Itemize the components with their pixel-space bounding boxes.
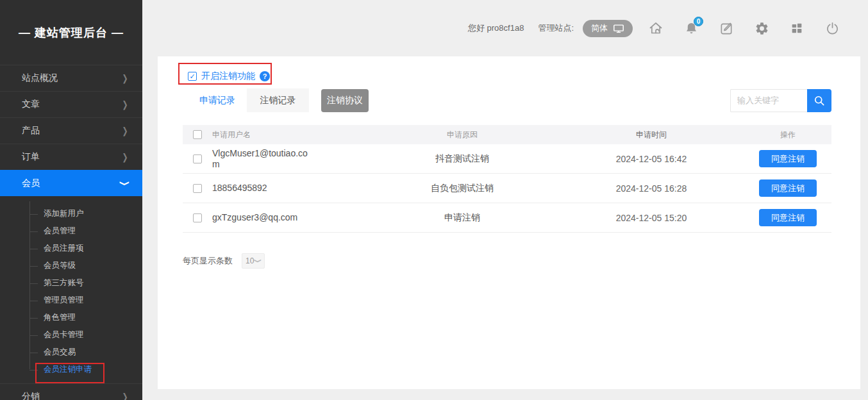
chevron-right-icon: [122, 73, 128, 84]
submenu-item-register-fields[interactable]: 会员注册项: [0, 240, 142, 257]
cancel-requests-table: 申请用户名 申请原因 申请时间 操作 VlgcMuser1@toutiao.co…: [183, 125, 831, 233]
row-checkbox[interactable]: [193, 213, 202, 222]
topbar-icons: 0: [648, 21, 840, 36]
cell-time: 2024-12-05 16:28: [558, 183, 744, 194]
tabs-row: 申请记录 注销记录 注销协议: [158, 85, 860, 112]
notifications-bell-icon[interactable]: 0: [683, 21, 699, 36]
sidebar-item-distribution[interactable]: 分销: [0, 383, 142, 400]
tab-cancel-records[interactable]: 注销记录: [247, 88, 309, 112]
sidebar-item-label: 站点概况: [22, 72, 58, 84]
table-row: 18856495892 自负包测试注销 2024-12-05 16:28 同意注…: [183, 174, 831, 203]
submenu-item-member-trade[interactable]: 会员交易: [0, 344, 142, 361]
select-all-checkbox[interactable]: [193, 130, 202, 139]
main-content-card: 开启注销功能 申请记录 注销记录 注销协议 申请用户名 申请原因 申请时: [158, 56, 860, 389]
table-row: VlgcMuser1@toutiao.com 抖音测试注销 2024-12-05…: [183, 144, 831, 174]
monitor-icon: [613, 24, 624, 33]
header-username: 申请用户名: [212, 129, 366, 140]
sidebar-item-label: 会员: [22, 178, 40, 189]
cell-reason: 申请注销: [366, 212, 558, 224]
greeting-text: 您好 pro8cf1a8: [468, 22, 524, 34]
sidebar-item-orders[interactable]: 订单: [0, 144, 142, 170]
submenu-item-member-level[interactable]: 会员等级: [0, 257, 142, 274]
power-icon[interactable]: [824, 21, 840, 36]
submenu-item-role-mgmt[interactable]: 角色管理: [0, 309, 142, 326]
page-size-value: 10: [246, 256, 254, 265]
manage-site-label: 管理站点:: [538, 22, 574, 34]
pagination-row: 每页显示条数 10: [183, 253, 860, 269]
cell-username: VlgcMuser1@toutiao.com: [212, 148, 308, 170]
header-reason: 申请原因: [366, 129, 558, 140]
page-size-label: 每页显示条数: [183, 255, 233, 267]
chevron-right-icon: [122, 152, 128, 163]
sidebar-item-articles[interactable]: 文章: [0, 91, 142, 117]
chevron-down-icon: [256, 258, 261, 264]
home-icon[interactable]: [648, 21, 664, 36]
tab-cancel-agreement[interactable]: 注销协议: [321, 89, 369, 112]
table-row: gxTzguser3@qq.com 申请注销 2024-12-05 15:20 …: [183, 203, 831, 233]
agree-cancel-button[interactable]: 同意注销: [759, 179, 817, 197]
app-logo: — 建站管理后台 —: [0, 0, 142, 65]
search-box: [730, 89, 831, 112]
page-size-select[interactable]: 10: [242, 253, 265, 269]
search-button[interactable]: [807, 89, 831, 112]
header-time: 申请时间: [558, 129, 744, 140]
chevron-down-icon: [120, 180, 131, 186]
submenu-item-add-user[interactable]: 添加新用户: [0, 205, 142, 222]
language-pill-button[interactable]: 简体: [583, 20, 633, 37]
submenu-item-member-card[interactable]: 会员卡管理: [0, 326, 142, 344]
cell-username: 18856495892: [212, 183, 267, 194]
row-checkbox[interactable]: [193, 184, 202, 193]
sidebar: — 建站管理后台 — 站点概况 文章 产品 订单 会员 添加新用户 会员管理 会…: [0, 0, 142, 400]
chevron-right-icon: [122, 126, 128, 137]
cell-time: 2024-12-05 15:20: [558, 213, 744, 223]
submenu-item-admin-mgmt[interactable]: 管理员管理: [0, 292, 142, 309]
enable-cancel-checkbox[interactable]: [188, 72, 197, 81]
notification-badge: 0: [694, 17, 703, 26]
edit-icon[interactable]: [719, 21, 734, 36]
table-header-row: 申请用户名 申请原因 申请时间 操作: [183, 125, 831, 144]
help-question-icon[interactable]: [260, 71, 270, 81]
agree-cancel-button[interactable]: 同意注销: [759, 209, 817, 226]
sidebar-item-products[interactable]: 产品: [0, 117, 142, 144]
chevron-right-icon: [122, 99, 128, 110]
enable-cancel-label: 开启注销功能: [201, 71, 255, 82]
sidebar-item-label: 文章: [22, 99, 40, 110]
chevron-right-icon: [122, 392, 128, 400]
cell-time: 2024-12-05 16:42: [558, 154, 744, 164]
sidebar-item-label: 产品: [22, 125, 40, 137]
apps-grid-icon[interactable]: [789, 21, 805, 36]
header-action: 操作: [744, 129, 831, 140]
sidebar-item-label: 订单: [22, 151, 40, 163]
agree-cancel-button[interactable]: 同意注销: [759, 150, 817, 167]
tab-apply-records[interactable]: 申请记录: [188, 88, 247, 112]
cancel-feature-toggle-row: 开启注销功能: [158, 56, 860, 85]
sidebar-item-members[interactable]: 会员: [0, 170, 142, 196]
settings-gear-icon[interactable]: [754, 21, 769, 36]
row-checkbox[interactable]: [193, 154, 202, 163]
sidebar-item-label: 分销: [22, 391, 40, 400]
sidebar-item-site-overview[interactable]: 站点概况: [0, 65, 142, 91]
search-input[interactable]: [730, 89, 807, 112]
cell-reason: 自负包测试注销: [366, 183, 558, 194]
submenu-item-thirdparty-account[interactable]: 第三方账号: [0, 274, 142, 292]
cell-username: gxTzguser3@qq.com: [212, 212, 297, 223]
submenu-item-member-mgmt[interactable]: 会员管理: [0, 222, 142, 240]
language-label: 简体: [591, 22, 608, 34]
cell-reason: 抖音测试注销: [366, 153, 558, 165]
members-submenu: 添加新用户 会员管理 会员注册项 会员等级 第三方账号 管理员管理 角色管理 会…: [0, 196, 142, 383]
submenu-item-member-cancel-request[interactable]: 会员注销申请: [0, 361, 142, 378]
search-icon: [813, 94, 826, 107]
topbar: 您好 pro8cf1a8 管理站点: 简体 0: [142, 0, 868, 56]
